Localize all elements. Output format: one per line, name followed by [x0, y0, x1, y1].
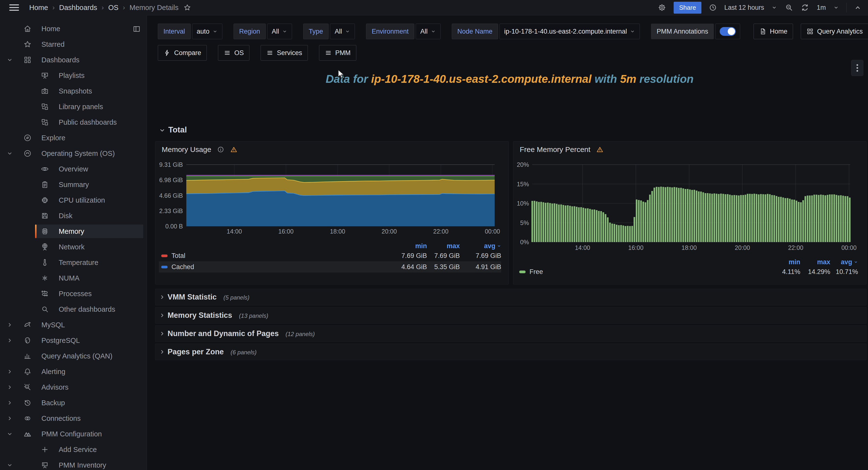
chevron-right-icon[interactable] — [6, 415, 13, 422]
sidebar-item-connections[interactable]: Connections — [0, 412, 147, 425]
legend-row-free[interactable]: Free4.11%14.29%10.71% — [517, 266, 858, 277]
sidebar-item-temperature[interactable]: Temperature — [0, 256, 147, 269]
gear-icon[interactable] — [658, 3, 666, 12]
breadcrumb-item[interactable]: Home — [29, 4, 48, 12]
filter-value-dropdown[interactable]: ip-10-178-1-40.us-east-2.compute.interna… — [499, 24, 640, 39]
sidebar-item-public-dashboards[interactable]: Public dashboards — [0, 116, 147, 129]
chevron-right-icon[interactable] — [6, 321, 13, 328]
sidebar-item-pmm-inventory[interactable]: PMM Inventory — [0, 458, 147, 470]
section-vmm-statistic[interactable]: VMM Statistic(5 panels) — [155, 289, 867, 305]
chevron-down-icon[interactable] — [6, 431, 13, 437]
legend-row-total[interactable]: Total7.69 GiB7.69 GiB7.69 GiB — [159, 250, 501, 261]
share-button[interactable]: Share — [674, 2, 701, 13]
svg-text:22:00: 22:00 — [433, 228, 448, 235]
home-button[interactable]: Home — [753, 24, 793, 39]
sidebar-item-label: Operating System (OS) — [41, 150, 115, 158]
series-name[interactable]: Total — [172, 252, 185, 260]
sidebar-item-starred[interactable]: Starred — [0, 37, 147, 51]
series-name[interactable]: Free — [529, 268, 543, 276]
section-memory-statistics[interactable]: Memory Statistics(13 panels) — [155, 307, 867, 324]
time-range-picker[interactable]: Last 12 hours — [724, 4, 764, 11]
warning-icon[interactable] — [596, 146, 603, 153]
legend-stat-header[interactable]: avg — [830, 258, 858, 266]
series-name[interactable]: Cached — [172, 263, 194, 271]
chevron-down-icon[interactable] — [6, 57, 13, 63]
svg-text:0%: 0% — [520, 239, 529, 246]
sidebar-item-add-service[interactable]: Add Service — [0, 443, 147, 457]
os-button[interactable]: OS — [218, 45, 249, 61]
sidebar-item-advisors[interactable]: Advisors — [0, 380, 147, 394]
section-pages-per-zone[interactable]: Pages per Zone(6 panels) — [155, 344, 867, 360]
pmm-annotations-toggle[interactable] — [715, 24, 740, 39]
filter-value-dropdown[interactable]: All — [416, 24, 441, 39]
sidebar-item-playlists[interactable]: Playlists — [0, 69, 147, 82]
sidebar-item-memory[interactable]: Memory — [0, 224, 147, 238]
bolt-icon — [163, 49, 171, 57]
refresh-interval-picker[interactable]: 1m — [816, 4, 826, 11]
chevron-down-icon[interactable] — [6, 462, 13, 469]
chevron-down-icon[interactable] — [771, 5, 777, 10]
caret-up-icon[interactable] — [854, 4, 862, 11]
sidebar-item-backup[interactable]: Backup — [0, 396, 147, 410]
button-label: Services — [277, 49, 302, 57]
services-button[interactable]: Services — [260, 45, 308, 61]
sidebar-item-snapshots[interactable]: Snapshots — [0, 84, 147, 98]
pmm-button[interactable]: PMM — [319, 45, 356, 61]
sidebar-item-home[interactable]: Home — [0, 22, 147, 36]
breadcrumb-item[interactable]: Memory Details — [130, 4, 179, 12]
filter-value-dropdown[interactable]: auto — [192, 24, 223, 39]
panel-title[interactable]: Memory Usage — [162, 146, 211, 154]
sidebar-item-overview[interactable]: Overview — [0, 162, 147, 176]
banner-hostname: ip-10-178-1-40.us-east-2.compute.interna… — [371, 72, 592, 85]
sidebar-item-query-analytics-qan[interactable]: Query Analytics (QAN) — [0, 349, 147, 363]
chevron-down-icon[interactable] — [6, 150, 13, 157]
cpu-icon — [41, 196, 49, 204]
doc-icon — [759, 28, 767, 35]
sidebar-item-other-dashboards[interactable]: Other dashboards — [0, 303, 147, 316]
sidebar-item-cpu-utilization[interactable]: CPU utilization — [0, 193, 147, 207]
legend-row-cached[interactable]: Cached4.64 GiB5.35 GiB4.91 GiB — [159, 261, 501, 273]
sidebar-item-postgresql[interactable]: PostgreSQL — [0, 334, 147, 347]
clock-icon[interactable] — [709, 3, 717, 12]
section-total[interactable]: Total — [159, 125, 187, 134]
sidebar-item-network[interactable]: Network — [0, 240, 147, 254]
sidebar-item-mysql[interactable]: MySQL — [0, 318, 147, 332]
favorite-star-icon[interactable] — [183, 4, 191, 11]
legend-stat-header[interactable]: avg — [460, 242, 501, 250]
sidebar-item-dashboards[interactable]: Dashboards — [0, 53, 147, 67]
legend-stat-header[interactable]: max — [427, 242, 460, 250]
breadcrumb-item[interactable]: OS — [108, 4, 118, 12]
warning-icon[interactable] — [230, 146, 238, 153]
chevron-down-icon[interactable] — [833, 5, 839, 10]
sidebar-item-operating-system-os[interactable]: Operating System (OS) — [0, 147, 147, 160]
chevron-right-icon — [159, 294, 165, 301]
sidebar-item-label: PostgreSQL — [41, 337, 80, 345]
legend-stat-header[interactable]: min — [771, 258, 800, 266]
compare-button[interactable]: Compare — [158, 45, 207, 61]
chevron-right-icon[interactable] — [6, 337, 13, 344]
menu-icon[interactable] — [9, 4, 19, 11]
zoom-out-icon[interactable] — [784, 3, 793, 12]
sidebar-item-explore[interactable]: Explore — [0, 131, 147, 145]
sidebar-item-library-panels[interactable]: Library panels — [0, 100, 147, 114]
refresh-icon[interactable] — [801, 3, 809, 12]
sidebar-item-processes[interactable]: Processes — [0, 287, 147, 301]
sidebar-item-summary[interactable]: Summary — [0, 178, 147, 191]
query-analytics-button[interactable]: Query Analytics — [801, 24, 868, 39]
info-icon[interactable] — [217, 146, 224, 153]
sidebar-item-numa[interactable]: NUMA — [0, 271, 147, 285]
breadcrumb-item[interactable]: Dashboards — [59, 4, 97, 12]
section-number-and-dynamic-of-pages[interactable]: Number and Dynamic of Pages(12 panels) — [155, 325, 867, 342]
sidebar-item-disk[interactable]: Disk — [0, 209, 147, 223]
sidebar-item-pmm-configuration[interactable]: PMM Configuration — [0, 427, 147, 441]
filter-value-dropdown[interactable]: All — [267, 24, 292, 39]
panel-menu-kebab-icon[interactable] — [851, 60, 863, 76]
filter-value-dropdown[interactable]: All — [330, 24, 355, 39]
sidebar-item-alerting[interactable]: Alerting — [0, 365, 147, 378]
chevron-right-icon[interactable] — [6, 399, 13, 406]
legend-stat-header[interactable]: min — [393, 242, 427, 250]
panel-title[interactable]: Free Memory Percent — [520, 146, 590, 154]
chevron-right-icon[interactable] — [6, 384, 13, 390]
chevron-right-icon[interactable] — [6, 368, 13, 375]
legend-stat-header[interactable]: max — [800, 258, 830, 266]
